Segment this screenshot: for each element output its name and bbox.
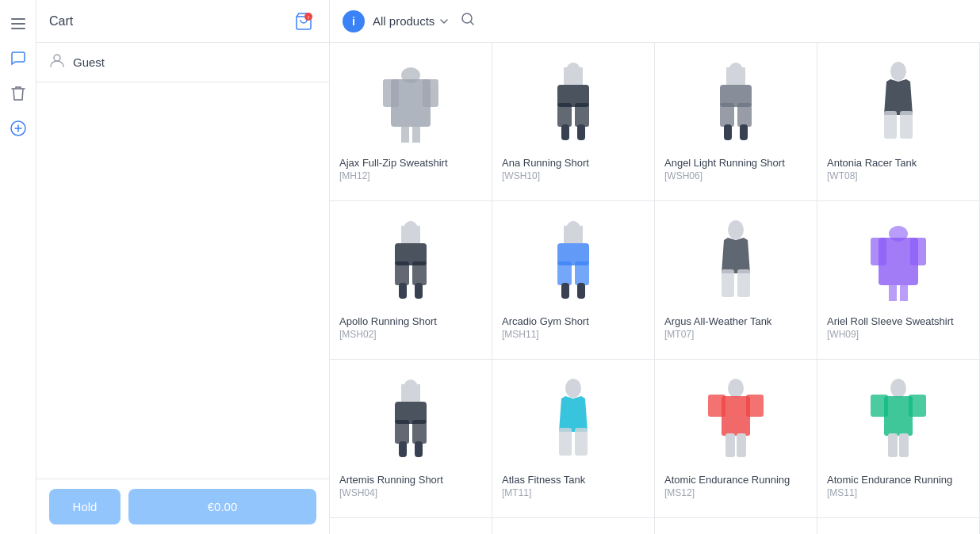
svg-rect-47: [737, 269, 750, 297]
svg-point-64: [728, 379, 744, 398]
chevron-down-icon: [439, 17, 449, 26]
product-sku: [MSH02]: [339, 329, 482, 340]
svg-rect-72: [871, 395, 888, 417]
right-panel: i All products Ajax Full-Zip Sweatshirt: [330, 0, 980, 534]
product-card[interactable]: Atomic Endurance Running[MS12]: [655, 360, 817, 518]
svg-rect-44: [577, 283, 585, 299]
hold-button[interactable]: Hold: [49, 489, 121, 524]
svg-rect-36: [399, 283, 407, 299]
product-card[interactable]: Argus All-Weather Tank[MT07]: [655, 201, 817, 360]
product-card[interactable]: Atomic Endurance Running[MS11]: [817, 360, 980, 518]
info-icon[interactable]: i: [343, 10, 365, 32]
left-panel-footer: Hold €0.00: [36, 479, 329, 534]
product-image-area: [339, 55, 482, 151]
svg-rect-9: [383, 79, 399, 107]
product-image-area: [827, 214, 970, 309]
svg-rect-69: [737, 433, 746, 457]
product-card[interactable]: Angel Light Running Short[WSH06]: [655, 43, 817, 201]
svg-rect-32: [401, 226, 420, 243]
svg-rect-57: [395, 420, 409, 444]
product-card[interactable]: Apollo Running Short[MSH02]: [330, 201, 492, 360]
svg-rect-0: [11, 18, 25, 20]
customer-row[interactable]: Guest: [36, 43, 329, 82]
product-card[interactable]: Ajax Full-Zip Sweatshirt[MH12]: [330, 43, 492, 201]
left-panel-body: [36, 82, 329, 479]
product-name: Angel Light Running Short: [664, 157, 807, 169]
product-image-area: [827, 55, 970, 151]
svg-rect-73: [909, 395, 926, 417]
svg-rect-27: [740, 124, 748, 140]
svg-rect-74: [888, 433, 898, 457]
product-card[interactable]: Arcadio Gym Short[MSH11]: [492, 201, 655, 360]
svg-rect-55: [401, 384, 420, 402]
svg-rect-66: [708, 395, 725, 417]
product-card[interactable]: bottom4: [817, 518, 980, 534]
product-card[interactable]: Artemis Running Short[WSH04]: [330, 360, 492, 518]
search-icon-button[interactable]: [460, 11, 476, 31]
svg-rect-20: [577, 124, 585, 140]
svg-point-7: [462, 13, 472, 23]
product-card[interactable]: Ariel Roll Sleeve Sweatshirt[WH09]: [817, 201, 980, 360]
menu-icon[interactable]: [4, 10, 33, 38]
product-card[interactable]: bottom2: [492, 518, 655, 534]
product-sku: [MS12]: [664, 487, 807, 498]
cart-icon-button[interactable]: !: [291, 9, 316, 34]
sidebar: [0, 0, 36, 534]
svg-rect-41: [557, 261, 572, 285]
product-sku: [MT11]: [502, 487, 645, 498]
product-sku: [WT08]: [827, 170, 970, 181]
product-name: Apollo Running Short: [339, 315, 482, 327]
svg-rect-13: [412, 127, 420, 143]
svg-rect-65: [722, 396, 750, 436]
product-name: Atlas Fitness Tank: [502, 474, 645, 486]
product-image-area: [339, 214, 482, 309]
svg-rect-26: [724, 124, 732, 140]
svg-point-51: [889, 226, 908, 242]
svg-rect-2: [11, 28, 25, 29]
svg-rect-52: [889, 285, 897, 301]
product-name: Atomic Endurance Running: [827, 474, 970, 486]
product-card[interactable]: bottom3: [655, 518, 817, 534]
product-card[interactable]: bottom1: [330, 518, 492, 534]
svg-rect-22: [726, 67, 745, 85]
product-name: Ariel Roll Sleeve Sweatshirt: [827, 315, 970, 327]
right-header: i All products: [330, 0, 980, 43]
svg-rect-29: [884, 111, 897, 139]
product-card[interactable]: Antonia Racer Tank[WT08]: [817, 43, 980, 201]
product-card[interactable]: Atlas Fitness Tank[MT11]: [492, 360, 655, 518]
product-sku: [MH12]: [339, 170, 482, 181]
svg-point-11: [401, 67, 420, 83]
product-name: Ajax Full-Zip Sweatshirt: [339, 157, 482, 169]
left-panel-header: Cart !: [36, 0, 329, 43]
svg-rect-63: [575, 428, 588, 456]
svg-rect-50: [910, 238, 926, 265]
product-sku: [WSH04]: [339, 487, 482, 498]
product-image-area: [502, 214, 645, 309]
product-card[interactable]: Ana Running Short[WSH10]: [492, 43, 655, 201]
product-sku: [WH09]: [827, 329, 970, 340]
svg-point-6: [54, 55, 60, 61]
product-image-area: [502, 55, 645, 151]
svg-rect-37: [415, 283, 423, 299]
svg-rect-24: [720, 103, 734, 127]
svg-rect-68: [725, 433, 735, 457]
svg-rect-12: [401, 127, 409, 143]
product-sku: [MS11]: [827, 487, 970, 498]
trash-icon[interactable]: [4, 79, 33, 108]
chat-icon[interactable]: [4, 44, 33, 73]
svg-rect-43: [561, 283, 569, 299]
svg-rect-53: [900, 285, 908, 301]
product-image-area: [827, 372, 970, 467]
product-name: Atomic Endurance Running: [664, 474, 807, 486]
product-name: Ana Running Short: [502, 157, 645, 169]
total-button[interactable]: €0.00: [128, 489, 316, 524]
product-image-area: [502, 372, 645, 467]
category-selector[interactable]: All products: [373, 14, 449, 28]
svg-rect-71: [884, 396, 913, 436]
product-name: Antonia Racer Tank: [827, 157, 970, 169]
svg-point-61: [565, 379, 581, 398]
svg-rect-67: [746, 395, 764, 417]
left-panel: Cart ! Guest Hold €0.00: [36, 0, 330, 534]
add-icon[interactable]: [4, 114, 33, 143]
svg-rect-19: [561, 124, 569, 140]
